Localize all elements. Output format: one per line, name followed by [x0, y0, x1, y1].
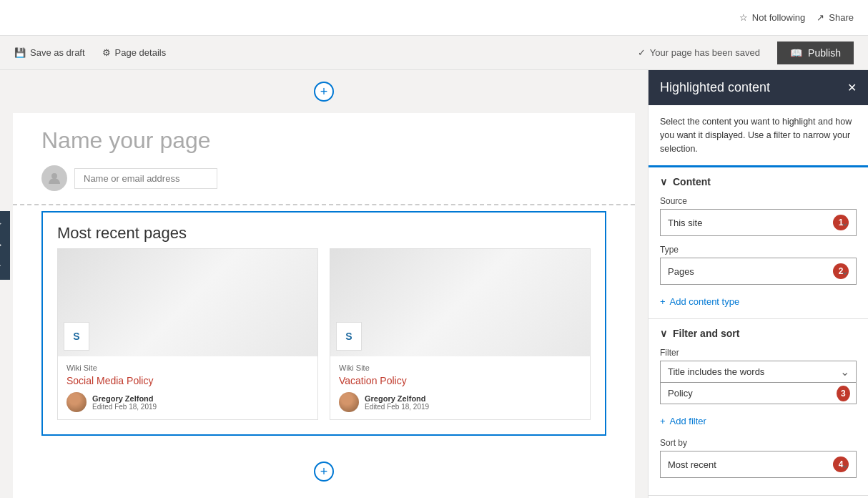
source-field: Source This site 1 [660, 196, 857, 236]
block-title: Most recent pages [43, 213, 605, 248]
saved-label: Your page has been saved [650, 47, 760, 58]
card-2-icon [336, 322, 362, 351]
page-details-label: Page details [115, 47, 167, 58]
add-section-top: + [314, 70, 334, 113]
card-1-label: Wiki Site [66, 363, 309, 372]
card-2-image [330, 249, 590, 356]
filter-select[interactable]: Title includes the words [660, 361, 857, 383]
card-2-edited: Edited Feb 18, 2019 [365, 403, 429, 411]
not-following-button[interactable]: ☆ Not following [739, 12, 805, 23]
chevron-filter-icon: ∨ [660, 328, 667, 339]
toolbar: 💾 Save as draft ⚙ Page details ✓ Your pa… [0, 36, 868, 70]
filter-field: Filter Title includes the words 3 [660, 348, 857, 404]
block-toolbar: ✏ ✥ 🗑 [0, 211, 10, 280]
card-2: Wiki Site Vacation Policy Gregory Zelfon… [330, 248, 591, 420]
author-row [41, 165, 606, 191]
filter-section-label: Filter and sort [673, 328, 739, 339]
add-content-type-button[interactable]: + Add content type [660, 293, 857, 310]
add-content-type-label: Add content type [670, 296, 740, 307]
canvas-wrapper: + Name your page [0, 70, 648, 498]
filter-label: Filter [660, 348, 857, 358]
card-1-author-row: Gregory Zelfond Edited Feb 18, 2019 [66, 392, 309, 412]
source-label: Source [660, 196, 857, 206]
card-1-icon [64, 322, 89, 351]
panel-description: Select the content you want to highlight… [648, 105, 868, 167]
card-2-label: Wiki Site [339, 363, 581, 372]
source-value: This site [668, 218, 702, 228]
card-1-author-info: Gregory Zelfond Edited Feb 18, 2019 [92, 394, 157, 411]
right-panel: Highlighted content ✕ Select the content… [648, 70, 868, 498]
panel-header: Highlighted content ✕ [648, 70, 868, 105]
add-section-bottom: + [13, 450, 635, 493]
card-1-image [58, 249, 317, 356]
add-filter-label: Add filter [670, 416, 706, 426]
content-block: Most recent pages Wiki Site Social Media… [41, 211, 606, 436]
type-badge: 2 [833, 263, 849, 279]
top-bar: ☆ Not following ↗ Share [0, 0, 868, 36]
card-1-avatar [66, 392, 87, 412]
plus-icon-filter: + [660, 416, 666, 426]
save-draft-label: Save as draft [30, 47, 85, 58]
edit-tool[interactable]: ✏ [0, 214, 8, 234]
sort-select[interactable]: Most recent 4 [660, 451, 857, 478]
book-icon: 📖 [790, 47, 802, 59]
saved-status: ✓ Your page has been saved [638, 47, 760, 58]
share-label: Share [829, 12, 854, 23]
filter-select-wrapper: Title includes the words [660, 361, 857, 383]
filter-badge: 3 [837, 386, 850, 401]
source-badge: 1 [833, 215, 849, 230]
filter-text-input[interactable] [661, 383, 832, 404]
type-value: Pages [668, 266, 694, 277]
page-header: Name your page [13, 113, 635, 198]
cards-row: Wiki Site Social Media Policy Gregory Ze… [43, 248, 605, 434]
save-icon: 💾 [14, 47, 26, 58]
not-following-label: Not following [752, 12, 805, 23]
move-tool[interactable]: ✥ [0, 235, 8, 255]
page-title: Name your page [41, 127, 606, 154]
type-select[interactable]: Pages 2 [660, 258, 857, 285]
filter-section-header[interactable]: ∨ Filter and sort [660, 328, 857, 339]
publish-button[interactable]: 📖 Publish [777, 42, 854, 64]
add-filter-button[interactable]: + Add filter [660, 413, 857, 429]
publish-label: Publish [808, 47, 841, 59]
page-details-button[interactable]: ⚙ Page details [102, 47, 167, 58]
star-icon: ☆ [739, 12, 748, 23]
card-2-body: Wiki Site Vacation Policy Gregory Zelfon… [330, 356, 590, 419]
sort-select-wrapper: Most recent 4 [660, 451, 857, 478]
card-1: Wiki Site Social Media Policy Gregory Ze… [57, 248, 318, 420]
card-1-edited: Edited Feb 18, 2019 [92, 403, 157, 411]
author-input[interactable] [74, 168, 217, 189]
check-icon: ✓ [638, 47, 646, 58]
card-1-body: Wiki Site Social Media Policy Gregory Ze… [58, 356, 317, 419]
delete-tool[interactable]: 🗑 [0, 257, 8, 277]
card-2-title[interactable]: Vacation Policy [339, 375, 581, 386]
type-select-wrapper: Pages 2 [660, 258, 857, 285]
card-1-author-name: Gregory Zelfond [92, 394, 157, 403]
author-avatar [41, 165, 67, 191]
add-section-bottom-button[interactable]: + [314, 462, 334, 482]
share-icon: ↗ [817, 12, 824, 23]
gear-icon: ⚙ [102, 47, 111, 58]
main-layout: + Name your page [0, 70, 868, 498]
panel-close-button[interactable]: ✕ [847, 81, 857, 94]
sort-value: Most recent [668, 459, 716, 470]
card-1-title[interactable]: Social Media Policy [66, 375, 309, 386]
card-2-author-name: Gregory Zelfond [365, 394, 429, 403]
plus-icon-content: + [660, 296, 666, 307]
content-section-label: Content [673, 176, 711, 187]
source-select-wrapper: This site 1 [660, 209, 857, 236]
section-divider [13, 204, 635, 205]
save-draft-button[interactable]: 💾 Save as draft [14, 47, 85, 58]
content-section-header[interactable]: ∨ Content [660, 176, 857, 187]
card-2-avatar [339, 392, 359, 412]
card-2-author-row: Gregory Zelfond Edited Feb 18, 2019 [339, 392, 581, 412]
source-select[interactable]: This site 1 [660, 209, 857, 236]
add-section-top-button[interactable]: + [314, 82, 334, 102]
type-field: Type Pages 2 [660, 245, 857, 285]
sort-badge: 4 [833, 456, 849, 472]
filter-sort-section: ∨ Filter and sort Filter Title includes … [648, 319, 868, 496]
share-button[interactable]: ↗ Share [817, 12, 854, 23]
content-section: ∨ Content Source This site 1 Type Pages [648, 167, 868, 319]
filter-value: Title includes the words [668, 366, 764, 377]
page-content: Name your page ✏ ✥ [13, 113, 635, 498]
